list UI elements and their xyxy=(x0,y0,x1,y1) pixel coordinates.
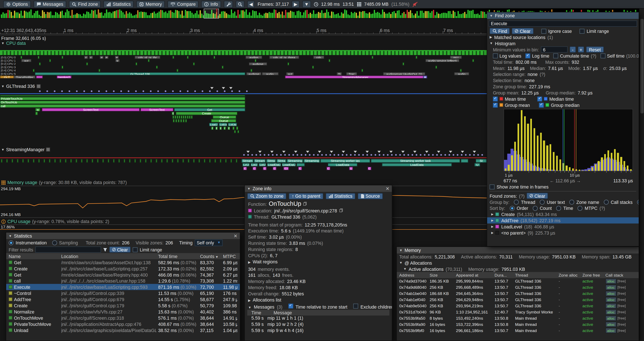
zone-segment[interactable] xyxy=(187,115,188,119)
message-dot[interactable] xyxy=(231,90,233,92)
message-dot[interactable] xyxy=(91,90,92,92)
memory-usage-plot[interactable] xyxy=(0,186,487,218)
zone-segment[interactable]: E xyxy=(228,126,230,130)
message-dot[interactable] xyxy=(61,90,63,92)
find-zone-query-input[interactable]: Execute xyxy=(489,20,637,27)
funnel-icon[interactable] xyxy=(103,248,107,252)
zone-segment[interactable]: Stream xyxy=(242,159,254,163)
zone-segment[interactable] xyxy=(297,163,305,166)
zone-segment[interactable]: Ti xyxy=(337,72,342,75)
message-dot[interactable] xyxy=(313,154,315,156)
message-row[interactable]: 5.59 smip 11 w 1 h 1 (1) xyxy=(245,316,392,322)
group-median-checkbox[interactable] xyxy=(539,103,544,108)
zone-segment[interactable] xyxy=(6,159,8,163)
zone-segment[interactable]: Queue xyxy=(211,119,236,122)
message-dot[interactable] xyxy=(276,154,278,156)
instrumentation-radio[interactable] xyxy=(8,240,14,245)
close-icon[interactable]: ✕ xyxy=(386,186,389,191)
zone-segment[interactable] xyxy=(65,159,67,163)
show-zone-time-checkbox[interactable] xyxy=(490,184,494,189)
increase-bin-button[interactable]: + xyxy=(578,47,584,53)
sort-by-order-radio[interactable] xyxy=(510,206,515,210)
zone-segment[interactable]: U xyxy=(349,167,353,170)
filter-input[interactable] xyxy=(36,246,101,253)
message-dot[interactable] xyxy=(187,90,188,92)
sort-by-time-radio[interactable] xyxy=(556,206,561,210)
timing-select[interactable]: Self only▼ xyxy=(194,239,222,246)
column-header[interactable]: Name xyxy=(8,254,60,259)
zone-statistics-button[interactable]: Statistics xyxy=(326,193,355,199)
message-dot[interactable] xyxy=(246,90,248,92)
column-header[interactable]: Location xyxy=(61,254,156,259)
zone-segment[interactable]: audio.service (effect) xyxy=(426,59,459,62)
allocation-row[interactable]: 0x74ab9e5040256 KB293,994,219ns13:50.7GL… xyxy=(397,303,639,309)
message-dot[interactable] xyxy=(142,90,144,92)
cumulate-time-checkbox[interactable] xyxy=(554,53,558,58)
message-dot[interactable] xyxy=(260,154,261,156)
alloc-callstack-button[interactable]: alloc xyxy=(606,328,616,333)
column-header[interactable]: Zone free xyxy=(582,273,604,277)
zone-segment[interactable]: GLT xyxy=(0,76,14,78)
zone-segment[interactable] xyxy=(220,159,222,163)
zone-segment[interactable]: e xyxy=(100,56,103,59)
prev-frame-button[interactable]: ◀ xyxy=(247,1,255,8)
zone-segment[interactable] xyxy=(134,159,136,163)
sort-by-count-radio[interactable] xyxy=(533,206,538,210)
message-dot[interactable] xyxy=(280,154,282,156)
message-dot[interactable] xyxy=(98,90,100,92)
histogram-expander[interactable]: ▼Histogram xyxy=(487,40,639,47)
zone-segment[interactable]: Streaming worker tas xyxy=(320,159,370,163)
zone-segment[interactable]: TracyProfiler xyxy=(14,76,36,78)
zone-segment[interactable] xyxy=(38,56,40,59)
zone-segment[interactable]: e xyxy=(115,56,119,59)
group-mean-checkbox[interactable] xyxy=(493,103,498,108)
find-zone-titlebar[interactable]: ▼ Find zone xyxy=(487,12,639,19)
expand-icon[interactable]: ▶ xyxy=(491,225,493,228)
alloc-callstack-button[interactable]: alloc xyxy=(606,303,616,308)
exclude-children-checkbox[interactable] xyxy=(353,304,358,308)
streaming-messages-row[interactable] xyxy=(0,154,487,156)
group-by-zone-name-radio[interactable] xyxy=(570,199,574,204)
zoom-to-zone-button[interactable]: Zoom to zone xyxy=(247,193,286,199)
message-dot[interactable] xyxy=(157,90,159,92)
thread-name[interactable]: GLThread 336 xyxy=(272,215,300,219)
zone-segment[interactable] xyxy=(108,159,109,163)
table-row[interactable]: AddTreejni/../jni/src/guif/Control.cpp:6… xyxy=(6,296,240,302)
messages-col-message[interactable]: Message xyxy=(274,310,292,315)
zone-segment[interactable] xyxy=(416,56,418,59)
allocation-row[interactable]: 0x7531d7b04096 KB1:10 234,952,16112:40.7… xyxy=(397,309,639,315)
allocations-list-expander[interactable]: ▶Allocations list xyxy=(245,297,392,304)
message-dot[interactable] xyxy=(216,90,218,92)
message-dot[interactable] xyxy=(457,154,458,156)
zone-segment[interactable] xyxy=(225,159,227,163)
sampling-radio[interactable] xyxy=(52,240,57,245)
zone-segment[interactable]: StreamingManager xyxy=(285,76,426,78)
zone-segment[interactable] xyxy=(183,119,184,122)
message-dot[interactable] xyxy=(288,154,290,156)
zone-segment[interactable]: C xyxy=(298,167,302,170)
zone-segment[interactable] xyxy=(172,159,174,163)
allocation-row[interactable]: 0x74a9d37040186.35 KB295,999,844ns13:50.… xyxy=(397,278,639,284)
message-dot[interactable] xyxy=(321,154,323,156)
expand-icon[interactable]: ▶ xyxy=(491,219,493,222)
zone-segment[interactable] xyxy=(214,56,215,59)
message-dot[interactable] xyxy=(135,90,137,92)
zone-segment[interactable] xyxy=(102,159,104,163)
zone-segment[interactable] xyxy=(140,159,141,163)
message-dot[interactable] xyxy=(247,154,249,156)
glthread-messages-row[interactable] xyxy=(0,90,487,93)
message-dot[interactable] xyxy=(424,154,426,156)
zone-segment[interactable]: LoiUp xyxy=(219,123,227,126)
zone-segment[interactable]: Strea xyxy=(266,159,276,163)
zone-segment[interactable] xyxy=(28,159,29,163)
zone-segment[interactable] xyxy=(49,59,51,62)
zone-segment[interactable] xyxy=(180,119,182,122)
zone-segment[interactable]: LoadDaU xyxy=(282,163,296,166)
zone-segment[interactable]: audio. xyxy=(262,72,278,75)
message-dot[interactable] xyxy=(416,154,418,156)
zone-segment[interactable] xyxy=(328,59,330,62)
message-dot[interactable] xyxy=(391,154,393,156)
median-time-checkbox[interactable] xyxy=(538,96,542,101)
wait-regions-expander[interactable]: ▶Wait regions xyxy=(245,259,392,265)
zone-segment[interactable] xyxy=(36,76,43,78)
